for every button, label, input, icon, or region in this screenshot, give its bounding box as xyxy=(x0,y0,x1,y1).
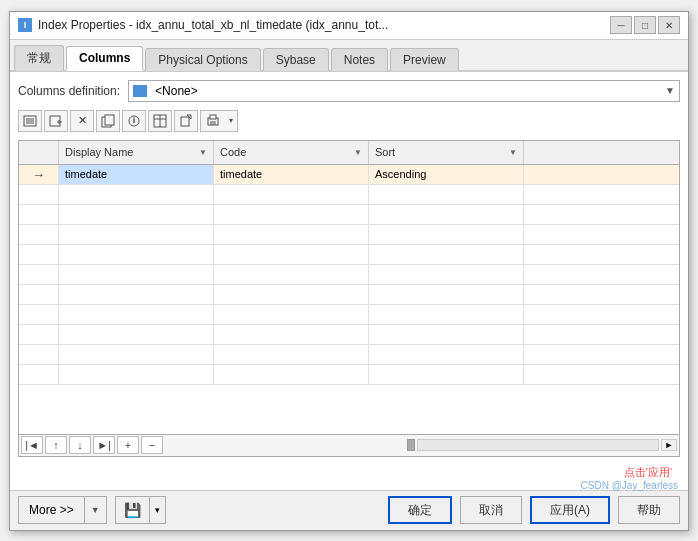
table-row[interactable] xyxy=(19,365,679,385)
table-row[interactable] xyxy=(19,345,679,365)
columns-definition-select[interactable]: <None> ▼ xyxy=(128,80,680,102)
table-row[interactable] xyxy=(19,285,679,305)
cell-code[interactable] xyxy=(214,245,369,264)
cell-indicator xyxy=(19,245,59,264)
cell-code[interactable]: timedate xyxy=(214,165,369,184)
table-row[interactable] xyxy=(19,185,679,205)
table-row[interactable] xyxy=(19,245,679,265)
cell-display-name[interactable] xyxy=(59,325,214,344)
apply-button[interactable]: 应用(A) xyxy=(530,496,610,524)
toolbar-table-btn[interactable] xyxy=(148,110,172,132)
main-window: I Index Properties - idx_annu_total_xb_n… xyxy=(9,11,689,531)
help-button[interactable]: 帮助 xyxy=(618,496,680,524)
cell-display-name[interactable] xyxy=(59,225,214,244)
header-indicator xyxy=(19,141,59,164)
cell-sort[interactable] xyxy=(369,325,524,344)
table-row[interactable] xyxy=(19,205,679,225)
col-def-dropdown-arrow: ▼ xyxy=(665,85,675,96)
cell-extra xyxy=(524,205,679,224)
cell-code[interactable] xyxy=(214,285,369,304)
col-def-select-value: <None> xyxy=(155,84,198,98)
toolbar-insert-btn[interactable] xyxy=(44,110,68,132)
cell-sort[interactable] xyxy=(369,225,524,244)
cell-sort[interactable] xyxy=(369,245,524,264)
nav-down-btn[interactable]: ↓ xyxy=(69,436,91,454)
toolbar-print-btn[interactable] xyxy=(200,110,224,132)
cell-sort[interactable] xyxy=(369,345,524,364)
footer: More >> ▼ 💾 ▾ 确定 取消 应用(A) 帮助 xyxy=(10,490,688,530)
h-scroll-thumb[interactable] xyxy=(407,439,415,451)
cell-sort[interactable] xyxy=(369,305,524,324)
table-row[interactable] xyxy=(19,325,679,345)
cell-code[interactable] xyxy=(214,305,369,324)
toolbar-add-btn[interactable] xyxy=(18,110,42,132)
toolbar-dropdown-arrow[interactable]: ▾ xyxy=(224,110,238,132)
cell-display-name[interactable] xyxy=(59,185,214,204)
cell-sort[interactable] xyxy=(369,205,524,224)
col-def-select-icon xyxy=(133,85,147,97)
cell-code[interactable] xyxy=(214,185,369,204)
cell-code[interactable] xyxy=(214,265,369,284)
cell-display-name[interactable]: timedate xyxy=(59,165,214,184)
tab-general[interactable]: 常规 xyxy=(14,45,64,71)
title-bar-left: I Index Properties - idx_annu_total_xb_n… xyxy=(18,18,388,32)
cell-code[interactable] xyxy=(214,345,369,364)
table-row[interactable] xyxy=(19,225,679,245)
table-bottom-toolbar: |◄ ↑ ↓ ►| + − ► xyxy=(19,434,679,456)
cell-indicator xyxy=(19,325,59,344)
toolbar: ✕ ▾ xyxy=(18,108,680,134)
cancel-button[interactable]: 取消 xyxy=(460,496,522,524)
cell-display-name[interactable] xyxy=(59,205,214,224)
toolbar-delete-btn[interactable]: ✕ xyxy=(70,110,94,132)
h-scroll-track[interactable] xyxy=(417,439,659,451)
table-row[interactable]: → timedate timedate Ascending xyxy=(19,165,679,185)
nav-up-btn[interactable]: ↑ xyxy=(45,436,67,454)
tab-notes[interactable]: Notes xyxy=(331,48,388,71)
header-extra xyxy=(524,141,679,164)
cell-sort[interactable] xyxy=(369,265,524,284)
header-sort[interactable]: Sort ▼ xyxy=(369,141,524,164)
cell-sort[interactable] xyxy=(369,285,524,304)
title-bar: I Index Properties - idx_annu_total_xb_n… xyxy=(10,12,688,40)
table-row[interactable] xyxy=(19,305,679,325)
more-button[interactable]: More >> ▼ xyxy=(18,496,107,524)
cell-extra xyxy=(524,265,679,284)
cell-display-name[interactable] xyxy=(59,365,214,384)
save-dropdown-button[interactable]: 💾 ▾ xyxy=(115,496,166,524)
nav-delete-btn[interactable]: − xyxy=(141,436,163,454)
maximize-button[interactable]: □ xyxy=(634,16,656,34)
cell-display-name[interactable] xyxy=(59,285,214,304)
tab-preview[interactable]: Preview xyxy=(390,48,459,71)
toolbar-copy-btn[interactable] xyxy=(96,110,120,132)
tab-bar: 常规 Columns Physical Options Sybase Notes… xyxy=(10,40,688,72)
cell-display-name[interactable] xyxy=(59,345,214,364)
toolbar-properties-btn[interactable] xyxy=(122,110,146,132)
cell-display-name[interactable] xyxy=(59,245,214,264)
cell-sort[interactable] xyxy=(369,185,524,204)
tab-physical-options[interactable]: Physical Options xyxy=(145,48,260,71)
close-button[interactable]: ✕ xyxy=(658,16,680,34)
header-display-name[interactable]: Display Name ▼ xyxy=(59,141,214,164)
nav-add-btn[interactable]: + xyxy=(117,436,139,454)
cell-sort[interactable]: Ascending xyxy=(369,165,524,184)
confirm-button[interactable]: 确定 xyxy=(388,496,452,524)
cell-display-name[interactable] xyxy=(59,305,214,324)
cell-indicator xyxy=(19,265,59,284)
hint-area: 点击'应用' xyxy=(18,463,680,482)
cell-display-name[interactable] xyxy=(59,265,214,284)
cell-code[interactable] xyxy=(214,365,369,384)
header-code[interactable]: Code ▼ xyxy=(214,141,369,164)
toolbar-export-btn[interactable] xyxy=(174,110,198,132)
minimize-button[interactable]: ─ xyxy=(610,16,632,34)
nav-first-btn[interactable]: |◄ xyxy=(21,436,43,454)
cell-sort[interactable] xyxy=(369,365,524,384)
tab-columns[interactable]: Columns xyxy=(66,46,143,71)
nav-last-btn[interactable]: ►| xyxy=(93,436,115,454)
cell-code[interactable] xyxy=(214,225,369,244)
cell-indicator xyxy=(19,345,59,364)
cell-code[interactable] xyxy=(214,325,369,344)
table-row[interactable] xyxy=(19,265,679,285)
tab-sybase[interactable]: Sybase xyxy=(263,48,329,71)
h-scroll-right-btn[interactable]: ► xyxy=(661,439,677,451)
cell-code[interactable] xyxy=(214,205,369,224)
